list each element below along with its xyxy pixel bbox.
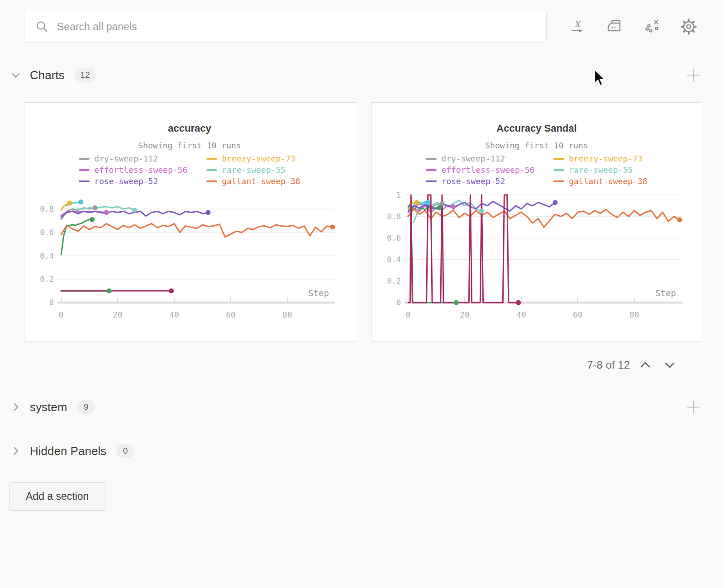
svg-text:Step: Step [308, 288, 329, 298]
legend-label: gallant-sweep-38 [222, 176, 300, 186]
svg-text:0: 0 [49, 298, 54, 307]
legend-item[interactable]: rose-sweep-52 [79, 176, 187, 186]
legend-label: dry-sweep-112 [441, 154, 505, 163]
charts-section-title[interactable]: Charts [30, 68, 65, 82]
legend-label: rose-sweep-52 [441, 176, 505, 186]
svg-text:0: 0 [396, 298, 401, 307]
legend-label: breezy-sweep-73 [569, 154, 643, 163]
legend-item[interactable]: breezy-sweep-73 [206, 154, 300, 163]
svg-text:40: 40 [169, 310, 179, 319]
hidden-panels-section-header: Hidden Panels 0 [0, 429, 724, 473]
svg-text:x: x [574, 17, 581, 30]
smoothing-iron-icon[interactable] [603, 15, 626, 38]
legend-item[interactable]: dry-sweep-112 [79, 154, 187, 163]
svg-text:0.4: 0.4 [40, 251, 54, 261]
chevron-down-icon[interactable] [8, 67, 24, 83]
legend-swatch [426, 180, 437, 182]
chart-plot[interactable]: 00.20.40.60.81020406080Step [378, 189, 695, 329]
legend-swatch [79, 169, 90, 171]
chevron-right-icon[interactable] [8, 443, 24, 459]
svg-text:60: 60 [226, 310, 236, 319]
legend-label: dry-sweep-112 [94, 154, 158, 163]
hidden-panels-count-badge: 0 [116, 444, 134, 458]
legend-swatch [553, 180, 564, 182]
legend-item[interactable]: gallant-sweep-38 [553, 176, 647, 186]
legend-swatch [553, 169, 564, 171]
legend-swatch [206, 169, 217, 171]
x-axis-icon[interactable]: x [566, 15, 589, 38]
chart-legend: dry-sweep-112breezy-sweep-73effortless-s… [372, 154, 702, 186]
add-panel-plus-icon[interactable] [683, 397, 703, 417]
charts-count-badge: 12 [75, 68, 96, 82]
chart-title: Accuracy Sandal [372, 123, 702, 134]
legend-swatch [79, 180, 90, 182]
svg-text:0.8: 0.8 [40, 204, 54, 213]
page-down-chevron-icon[interactable] [661, 356, 679, 374]
legend-swatch [553, 158, 564, 160]
chart-subtitle: Showing first 10 runs [24, 141, 355, 150]
system-section-title[interactable]: system [30, 400, 67, 414]
legend-item[interactable]: effortless-sweep-56 [426, 165, 534, 175]
remove-outliers-icon[interactable] [640, 15, 663, 38]
legend-swatch [206, 158, 217, 160]
chart-subtitle: Showing first 10 runs [372, 141, 702, 150]
legend-swatch [79, 158, 90, 160]
search-icon [35, 20, 49, 33]
panels-row: accuracy Showing first 10 runs dry-sweep… [0, 102, 724, 341]
chevron-right-icon[interactable] [8, 399, 24, 415]
search-input[interactable] [57, 21, 535, 33]
charts-section-header: Charts 12 [0, 53, 724, 97]
svg-text:40: 40 [516, 310, 526, 319]
legend-label: rose-sweep-52 [94, 176, 158, 186]
legend-label: rare-sweep-55 [222, 165, 286, 175]
legend-swatch [426, 169, 437, 171]
legend-item[interactable]: rose-sweep-52 [426, 176, 534, 186]
svg-text:0.2: 0.2 [387, 276, 401, 285]
svg-text:80: 80 [629, 310, 639, 319]
add-section-button[interactable]: Add a section [9, 482, 105, 511]
legend-item[interactable]: breezy-sweep-73 [553, 154, 647, 163]
pagination-text: 7-8 of 12 [587, 359, 630, 371]
page-up-chevron-icon[interactable] [636, 356, 654, 374]
legend-swatch [426, 158, 437, 160]
panel-accuracy-sandal[interactable]: Accuracy Sandal Showing first 10 runs dr… [371, 102, 702, 341]
legend-swatch [206, 180, 217, 182]
section-divider [0, 473, 724, 473]
svg-text:20: 20 [113, 310, 123, 319]
legend-item[interactable]: rare-sweep-55 [553, 165, 647, 175]
search-panels-box[interactable] [24, 11, 547, 43]
svg-text:0.8: 0.8 [387, 212, 401, 221]
chart-title: accuracy [24, 123, 355, 134]
svg-text:60: 60 [573, 310, 583, 319]
system-section-header: system 9 [0, 385, 724, 429]
legend-label: effortless-sweep-56 [441, 165, 534, 175]
chart-plot[interactable]: 00.20.40.60.8020406080Step [31, 189, 348, 329]
svg-text:0.4: 0.4 [387, 255, 401, 264]
legend-label: breezy-sweep-73 [222, 154, 295, 163]
legend-label: gallant-sweep-38 [569, 176, 647, 186]
add-panel-plus-icon[interactable] [683, 65, 703, 85]
svg-text:20: 20 [460, 310, 470, 319]
legend-item[interactable]: rare-sweep-55 [206, 165, 300, 175]
svg-text:0.2: 0.2 [40, 275, 54, 284]
legend-label: effortless-sweep-56 [94, 165, 187, 175]
toolbar-icons: x [566, 15, 700, 38]
svg-text:0.6: 0.6 [387, 233, 401, 242]
panels-pagination: 7-8 of 12 [0, 345, 724, 385]
svg-text:1: 1 [396, 190, 401, 199]
svg-text:0: 0 [406, 310, 411, 319]
svg-text:80: 80 [282, 310, 292, 319]
legend-label: rare-sweep-55 [569, 165, 633, 175]
legend-item[interactable]: gallant-sweep-38 [206, 176, 300, 186]
svg-text:0: 0 [59, 310, 64, 319]
hidden-panels-section-title[interactable]: Hidden Panels [30, 444, 106, 458]
chart-legend: dry-sweep-112breezy-sweep-73effortless-s… [24, 154, 355, 186]
legend-item[interactable]: dry-sweep-112 [426, 154, 534, 163]
svg-text:0.6: 0.6 [40, 228, 54, 237]
system-count-badge: 9 [77, 400, 95, 414]
panel-accuracy[interactable]: accuracy Showing first 10 runs dry-sweep… [24, 102, 355, 341]
legend-item[interactable]: effortless-sweep-56 [79, 165, 187, 175]
top-bar: x [0, 0, 724, 43]
svg-text:Step: Step [655, 288, 676, 298]
settings-gear-icon[interactable] [677, 15, 700, 38]
